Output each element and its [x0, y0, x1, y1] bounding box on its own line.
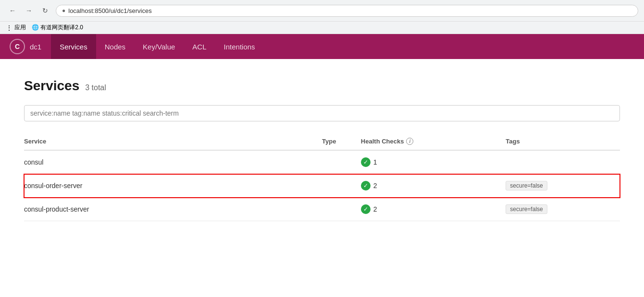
nav-intentions[interactable]: Intentions	[215, 34, 264, 59]
browser-bar: ← → ↻ ● localhost:8500/ui/dc1/services	[0, 0, 644, 22]
search-input[interactable]	[24, 105, 620, 121]
services-table: Service Type Health Checks i Tags consul	[24, 133, 620, 221]
service-type	[322, 198, 361, 221]
health-count: 1	[373, 158, 377, 166]
check-pass-icon: ✓	[361, 204, 371, 214]
service-health: ✓ 1	[361, 150, 506, 174]
browser-controls: ← → ↻	[6, 4, 52, 17]
page-content: Services 3 total Service Type Health Che…	[0, 59, 644, 236]
service-name: consul-order-server	[24, 174, 322, 198]
service-name: consul	[24, 150, 322, 174]
service-tags: secure=false	[506, 198, 620, 221]
table-row[interactable]: consul-product-server ✓ 2 secure=false	[24, 198, 620, 221]
translate-label: 有道网页翻译2.0	[40, 24, 83, 31]
tag-badge: secure=false	[506, 204, 547, 214]
refresh-button[interactable]: ↻	[38, 4, 52, 17]
datacenter-label: dc1	[30, 43, 41, 51]
consul-logo: C	[10, 39, 25, 54]
navbar: C dc1 Services Nodes Key/Value ACL Inten…	[0, 34, 644, 59]
bookmark-bar: ⋮ 应用 🌐 有道网页翻译2.0	[0, 22, 644, 34]
col-type: Type	[322, 133, 361, 150]
apps-grid-icon: ⋮	[6, 24, 12, 32]
service-health: ✓ 2	[361, 198, 506, 221]
page-title: Services	[24, 78, 79, 94]
service-type	[322, 174, 361, 198]
service-tags	[506, 150, 620, 174]
table-row[interactable]: consul-order-server ✓ 2 secure=false	[24, 174, 620, 198]
health-info-icon[interactable]: i	[406, 138, 413, 145]
url-text: localhost:8500/ui/dc1/services	[68, 7, 151, 14]
back-button[interactable]: ←	[6, 4, 19, 17]
col-health-label: Health Checks	[361, 138, 404, 145]
logo-text: C	[15, 43, 20, 50]
page-total: 3 total	[85, 83, 106, 92]
col-service: Service	[24, 133, 322, 150]
forward-button[interactable]: →	[22, 4, 36, 17]
navbar-brand: C dc1	[10, 39, 41, 54]
health-check: ✓ 1	[361, 157, 506, 167]
check-pass-icon: ✓	[361, 157, 371, 167]
nav-acl[interactable]: ACL	[184, 34, 215, 59]
table-row[interactable]: consul ✓ 1	[24, 150, 620, 174]
globe-icon: 🌐	[32, 24, 39, 31]
page-header: Services 3 total	[24, 78, 620, 94]
tag-badge: secure=false	[506, 181, 547, 190]
address-bar[interactable]: ● localhost:8500/ui/dc1/services	[56, 5, 638, 17]
nav-services[interactable]: Services	[51, 34, 96, 59]
service-health: ✓ 2	[361, 174, 506, 198]
nav-nodes[interactable]: Nodes	[96, 34, 134, 59]
col-tags: Tags	[506, 133, 620, 150]
health-count: 2	[373, 205, 377, 213]
apps-label: 应用	[14, 24, 26, 32]
table-header: Service Type Health Checks i Tags	[24, 133, 620, 150]
bookmark-apps: ⋮ 应用	[6, 24, 26, 32]
service-type	[322, 150, 361, 174]
health-check: ✓ 2	[361, 204, 506, 214]
service-tags: secure=false	[506, 174, 620, 198]
nav-keyvalue[interactable]: Key/Value	[134, 34, 184, 59]
bookmark-translate: 🌐 有道网页翻译2.0	[32, 24, 83, 32]
nav-links: Services Nodes Key/Value ACL Intentions	[51, 34, 263, 59]
health-count: 2	[373, 182, 377, 190]
check-pass-icon: ✓	[361, 181, 371, 190]
lock-icon: ●	[62, 7, 65, 14]
service-name: consul-product-server	[24, 198, 322, 221]
col-health: Health Checks i	[361, 133, 506, 150]
health-check: ✓ 2	[361, 181, 506, 190]
table-body: consul ✓ 1 consul-order-server ✓ 2	[24, 150, 620, 221]
